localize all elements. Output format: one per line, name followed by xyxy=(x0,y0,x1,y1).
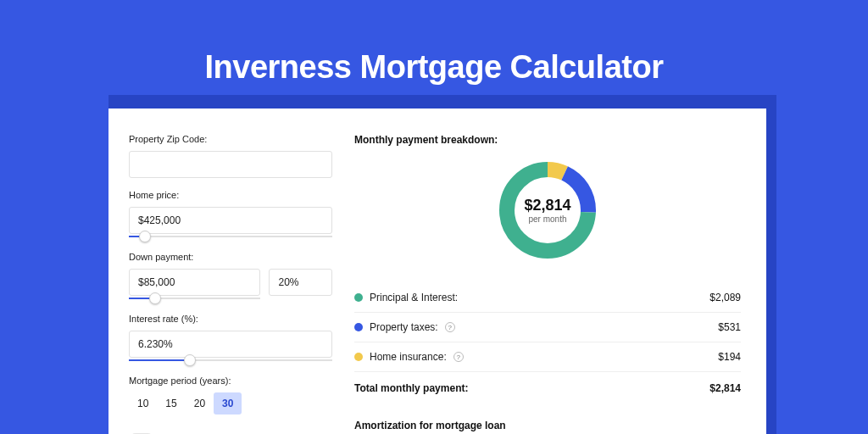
interest-rate-label: Interest rate (%): xyxy=(129,314,337,324)
donut-total-sub: per month xyxy=(528,214,566,224)
info-icon[interactable]: ? xyxy=(453,352,464,362)
period-label: Mortgage period (years): xyxy=(129,376,337,386)
home-price-field: Home price: xyxy=(129,190,337,240)
breakdown-row: Home insurance:?$194 xyxy=(354,342,741,372)
period-option-30[interactable]: 30 xyxy=(214,392,242,415)
legend-dot-icon xyxy=(354,293,363,302)
breakdown-panel: Monthly payment breakdown: $2,814 per mo… xyxy=(337,108,766,434)
breakdown-item-label: Property taxes: xyxy=(370,321,438,333)
down-payment-amount-input[interactable] xyxy=(129,269,260,296)
period-field: Mortgage period (years): 10152030 xyxy=(129,376,337,415)
down-payment-slider[interactable] xyxy=(129,295,260,302)
home-price-input[interactable] xyxy=(129,207,332,234)
breakdown-item-label: Home insurance: xyxy=(370,351,447,363)
breakdown-item-label: Principal & Interest: xyxy=(370,292,458,303)
stage: Inverness Mortgage Calculator Property Z… xyxy=(0,0,868,434)
home-price-slider-thumb[interactable] xyxy=(139,231,151,242)
breakdown-rows: Principal & Interest:$2,089Property taxe… xyxy=(354,283,741,372)
interest-rate-slider[interactable] xyxy=(129,357,332,364)
down-payment-label: Down payment: xyxy=(129,252,337,262)
down-payment-pct-input[interactable] xyxy=(269,269,332,296)
period-option-10[interactable]: 10 xyxy=(129,392,157,415)
down-payment-field: Down payment: xyxy=(129,252,337,302)
down-payment-slider-thumb[interactable] xyxy=(149,292,161,304)
home-price-slider[interactable] xyxy=(129,233,332,240)
donut-center: $2,814 per month xyxy=(493,156,602,264)
zip-label: Property Zip Code: xyxy=(129,134,337,144)
donut-wrap: $2,814 per month xyxy=(354,156,741,264)
form-panel: Property Zip Code: Home price: Down paym… xyxy=(108,108,337,434)
zip-field: Property Zip Code: xyxy=(129,134,337,178)
payment-donut-chart: $2,814 per month xyxy=(493,156,602,264)
total-label: Total monthly payment: xyxy=(354,382,468,394)
page-title: Inverness Mortgage Calculator xyxy=(0,0,868,86)
breakdown-item-value: $531 xyxy=(718,321,741,333)
breakdown-row: Principal & Interest:$2,089 xyxy=(354,283,741,313)
amortization-section: Amortization for mortgage loan Amortizat… xyxy=(354,420,741,434)
breakdown-item-value: $2,089 xyxy=(709,292,741,303)
total-row: Total monthly payment: $2,814 xyxy=(354,372,741,404)
breakdown-row: Property taxes:?$531 xyxy=(354,313,741,342)
info-icon[interactable]: ? xyxy=(445,322,455,332)
breakdown-title: Monthly payment breakdown: xyxy=(354,134,741,146)
legend-dot-icon xyxy=(354,353,363,361)
interest-rate-field: Interest rate (%): xyxy=(129,314,337,364)
legend-dot-icon xyxy=(354,323,363,331)
period-option-15[interactable]: 15 xyxy=(157,392,185,415)
breakdown-item-value: $194 xyxy=(718,351,741,363)
home-price-label: Home price: xyxy=(129,190,337,200)
interest-rate-input[interactable] xyxy=(129,331,332,358)
amortization-title: Amortization for mortgage loan xyxy=(354,420,741,434)
interest-rate-slider-thumb[interactable] xyxy=(184,354,196,366)
period-options: 10152030 xyxy=(129,392,337,415)
calculator-card: Property Zip Code: Home price: Down paym… xyxy=(108,108,766,434)
total-value: $2,814 xyxy=(709,382,741,394)
donut-total-value: $2,814 xyxy=(524,197,570,214)
period-option-20[interactable]: 20 xyxy=(186,392,214,415)
zip-input[interactable] xyxy=(129,151,332,178)
